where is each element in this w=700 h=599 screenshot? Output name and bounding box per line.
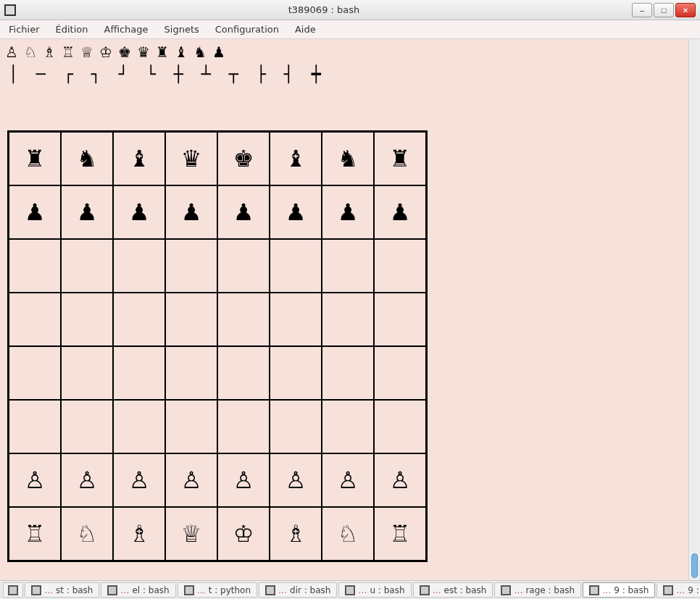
menu-file[interactable]: Fichier bbox=[6, 22, 43, 37]
board-cell[interactable] bbox=[374, 346, 426, 400]
board-cell[interactable] bbox=[217, 293, 270, 346]
board-cell[interactable] bbox=[322, 239, 374, 293]
close-button[interactable]: × bbox=[675, 3, 696, 17]
board-cell[interactable]: ♙ bbox=[61, 453, 113, 507]
board-cell[interactable]: ♟ bbox=[113, 185, 165, 239]
board-cell[interactable]: ♝ bbox=[113, 132, 165, 185]
terminal-icon bbox=[184, 585, 194, 595]
board-cell[interactable] bbox=[217, 239, 270, 293]
board-cell[interactable]: ♖ bbox=[374, 507, 426, 561]
board-cell[interactable]: ♔ bbox=[217, 507, 270, 561]
tab[interactable]: …9 : bash bbox=[657, 582, 700, 598]
box-glyph: ┌ bbox=[58, 64, 78, 84]
board-cell[interactable] bbox=[270, 400, 322, 453]
board-cell[interactable]: ♘ bbox=[322, 507, 374, 561]
tab[interactable]: …rage : bash bbox=[494, 582, 581, 598]
board-cell[interactable]: ♗ bbox=[113, 507, 165, 561]
board-cell[interactable]: ♙ bbox=[217, 453, 270, 507]
board-cell[interactable]: ♙ bbox=[165, 453, 217, 507]
tab[interactable]: …9 : bash bbox=[583, 582, 655, 598]
board-cell[interactable]: ♝ bbox=[270, 132, 322, 185]
board-cell[interactable] bbox=[61, 239, 113, 293]
box-glyph: ┤ bbox=[278, 64, 299, 84]
terminal-area[interactable]: ♙ ♘ ♗ ♖ ♕ ♔ ♚ ♛ ♜ ♝ ♞ ♟ │ ─ ┌ ┐ ┘ └ ┼ ┴ … bbox=[0, 39, 688, 580]
board-cell[interactable] bbox=[113, 239, 165, 293]
board-cell[interactable] bbox=[270, 239, 322, 293]
board-cell[interactable]: ♙ bbox=[113, 453, 165, 507]
board-cell[interactable]: ♗ bbox=[270, 507, 322, 561]
board-cell[interactable] bbox=[270, 346, 322, 400]
tab[interactable]: …u : bash bbox=[338, 582, 411, 598]
board-cell[interactable] bbox=[165, 239, 217, 293]
menu-edit[interactable]: Édition bbox=[53, 22, 91, 37]
board-cell[interactable] bbox=[61, 293, 113, 346]
tab[interactable]: …dir : bash bbox=[259, 582, 337, 598]
board-cell[interactable]: ♟ bbox=[9, 185, 61, 239]
board-cell[interactable] bbox=[217, 400, 270, 453]
board-cell[interactable]: ♙ bbox=[374, 453, 426, 507]
tab[interactable]: …t : python bbox=[178, 582, 257, 598]
box-glyph: ┿ bbox=[306, 64, 326, 84]
board-cell[interactable] bbox=[165, 346, 217, 400]
board-cell[interactable]: ♙ bbox=[270, 453, 322, 507]
board-cell[interactable]: ♖ bbox=[9, 507, 61, 561]
board-cell[interactable] bbox=[61, 346, 113, 400]
board-cell[interactable]: ♟ bbox=[61, 185, 113, 239]
board-cell[interactable]: ♙ bbox=[322, 453, 374, 507]
board-cell[interactable] bbox=[374, 400, 426, 453]
board-cell[interactable] bbox=[9, 400, 61, 453]
board-cell[interactable]: ♟ bbox=[270, 185, 322, 239]
board-cell[interactable]: ♜ bbox=[374, 132, 426, 185]
board-cell[interactable] bbox=[270, 293, 322, 346]
terminal-icon bbox=[31, 585, 41, 595]
vertical-scrollbar[interactable] bbox=[688, 39, 700, 580]
board-cell[interactable] bbox=[113, 346, 165, 400]
menu-settings[interactable]: Configuration bbox=[212, 22, 282, 37]
board-cell[interactable]: ♘ bbox=[61, 507, 113, 561]
board-cell[interactable]: ♟ bbox=[374, 185, 426, 239]
tab[interactable]: …el : bash bbox=[101, 582, 175, 598]
board-cell[interactable] bbox=[322, 346, 374, 400]
menu-view[interactable]: Affichage bbox=[101, 22, 151, 37]
board-cell[interactable] bbox=[9, 239, 61, 293]
board-cell[interactable]: ♛ bbox=[165, 132, 217, 185]
menu-bookmarks[interactable]: Signets bbox=[162, 22, 202, 37]
menu-bar: Fichier Édition Affichage Signets Config… bbox=[0, 20, 700, 39]
new-tab-button[interactable] bbox=[3, 582, 23, 598]
board-cell[interactable]: ♟ bbox=[217, 185, 270, 239]
board-cell[interactable] bbox=[113, 400, 165, 453]
tab-label: 9 : bash bbox=[614, 585, 649, 595]
board-cell[interactable] bbox=[374, 239, 426, 293]
board-cell[interactable] bbox=[322, 293, 374, 346]
board-cell[interactable] bbox=[165, 293, 217, 346]
board-cell[interactable]: ♞ bbox=[322, 132, 374, 185]
scrollbar-thumb[interactable] bbox=[691, 553, 698, 578]
terminal-icon bbox=[589, 585, 599, 595]
terminal-wrap: ♙ ♘ ♗ ♖ ♕ ♔ ♚ ♛ ♜ ♝ ♞ ♟ │ ─ ┌ ┐ ┘ └ ┼ ┴ … bbox=[0, 39, 700, 580]
board-cell[interactable] bbox=[9, 293, 61, 346]
board-cell[interactable] bbox=[165, 400, 217, 453]
board-cell[interactable]: ♙ bbox=[9, 453, 61, 507]
tab[interactable]: …st : bash bbox=[25, 582, 99, 598]
board-cell[interactable] bbox=[322, 400, 374, 453]
tab-prefix: … bbox=[120, 585, 129, 595]
board-cell[interactable]: ♕ bbox=[165, 507, 217, 561]
box-glyph: ├ bbox=[251, 64, 271, 84]
board-cell[interactable] bbox=[374, 293, 426, 346]
board-cell[interactable]: ♟ bbox=[165, 185, 217, 239]
tab[interactable]: …est : bash bbox=[413, 582, 493, 598]
board-cell[interactable]: ♚ bbox=[217, 132, 270, 185]
box-glyph: ┬ bbox=[223, 64, 243, 84]
maximize-button[interactable]: □ bbox=[654, 3, 674, 17]
board-cell[interactable]: ♟ bbox=[322, 185, 374, 239]
tab-label: t : python bbox=[209, 585, 251, 595]
board-cell[interactable] bbox=[61, 400, 113, 453]
board-cell[interactable] bbox=[217, 346, 270, 400]
tab-prefix: … bbox=[44, 585, 53, 595]
menu-help[interactable]: Aide bbox=[292, 22, 319, 37]
board-cell[interactable]: ♞ bbox=[61, 132, 113, 185]
board-cell[interactable] bbox=[113, 293, 165, 346]
minimize-button[interactable]: – bbox=[632, 3, 652, 17]
board-cell[interactable] bbox=[9, 346, 61, 400]
board-cell[interactable]: ♜ bbox=[9, 132, 61, 185]
